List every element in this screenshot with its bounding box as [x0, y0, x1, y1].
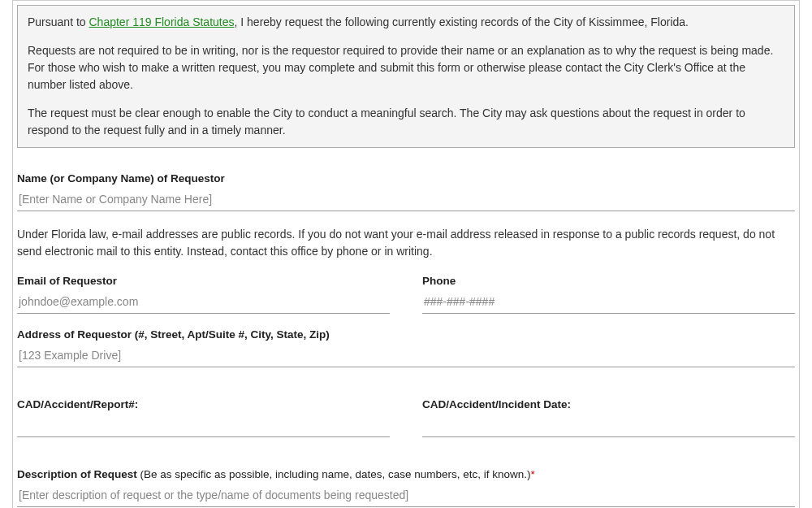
phone-group: Phone [422, 275, 795, 314]
description-required-mark: * [531, 468, 535, 480]
phone-input[interactable] [422, 290, 795, 314]
notice-para3: The request must be clear enough to enab… [28, 105, 784, 139]
notice-box: Pursuant to Chapter 119 Florida Statutes… [17, 5, 795, 148]
address-group: Address of Requestor (#, Street, Apt/Sui… [17, 328, 795, 367]
cad-report-input[interactable] [17, 414, 390, 437]
description-label: Description of Request (Be as specific a… [17, 468, 795, 480]
notice-intro-prefix: Pursuant to [28, 15, 89, 28]
email-input[interactable] [17, 290, 390, 314]
address-input[interactable] [17, 344, 795, 367]
requestor-name-input[interactable] [17, 188, 795, 211]
form-card: Pursuant to Chapter 119 Florida Statutes… [12, 0, 800, 508]
notice-intro: Pursuant to Chapter 119 Florida Statutes… [28, 14, 784, 31]
description-label-main: Description of Request [17, 468, 137, 480]
description-input[interactable] [17, 484, 795, 507]
email-group: Email of Requestor [17, 275, 390, 314]
statutes-link[interactable]: Chapter 119 Florida Statutes [89, 15, 235, 28]
form-body: Name (or Company Name) of Requestor Unde… [13, 148, 799, 508]
cad-report-group: CAD/Accident/Report#: [17, 398, 390, 437]
requestor-name-group: Name (or Company Name) of Requestor [17, 172, 795, 211]
phone-label: Phone [422, 275, 795, 287]
address-label: Address of Requestor (#, Street, Apt/Sui… [17, 328, 795, 341]
notice-para2: Requests are not required to be in writi… [28, 42, 784, 93]
cad-date-label: CAD/Accident/Incident Date: [422, 398, 795, 410]
email-notice-text: Under Florida law, e-mail addresses are … [17, 226, 795, 260]
email-phone-row: Email of Requestor Phone [17, 275, 795, 328]
description-sublabel: (Be as specific as possible, including n… [137, 468, 531, 480]
page-container: Pursuant to Chapter 119 Florida Statutes… [0, 0, 812, 508]
cad-report-label: CAD/Accident/Report#: [17, 398, 390, 410]
description-group: Description of Request (Be as specific a… [17, 468, 795, 507]
cad-date-group: CAD/Accident/Incident Date: [422, 398, 795, 437]
notice-intro-suffix: , I hereby request the following current… [235, 15, 689, 28]
cad-date-input[interactable] [422, 414, 795, 437]
email-label: Email of Requestor [17, 275, 390, 287]
cad-row: CAD/Accident/Report#: CAD/Accident/Incid… [17, 398, 795, 452]
requestor-name-label: Name (or Company Name) of Requestor [17, 172, 795, 185]
